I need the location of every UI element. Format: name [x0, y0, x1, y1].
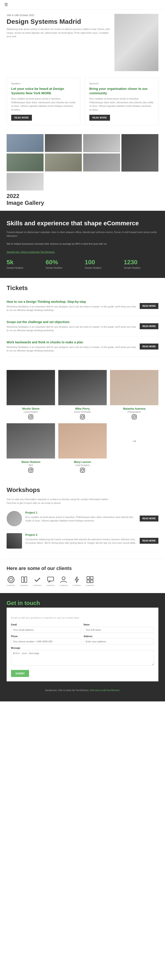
instagram-icon-nicole[interactable] [29, 414, 33, 419]
stat-3: 100 Sample Headline [85, 259, 119, 269]
stat-num-4: 1230 [124, 259, 159, 266]
contact-desc: Email us with any questions or inquiries… [11, 616, 154, 619]
client-logo-5: COMPANY [59, 576, 68, 587]
ticket-content-2: Scope out the challenge and set objectiv… [6, 320, 136, 332]
workshop-item-1: Project 1 Arcu sodales at amet ipsum pri… [6, 508, 159, 530]
workshop-title-2: Project 2 [25, 533, 136, 536]
message-field[interactable] [11, 650, 154, 665]
stat-num-2: 60% [46, 259, 81, 266]
team-photo-nicole [6, 370, 55, 405]
stat-label-2: Sample Headline [46, 267, 81, 269]
workshop-title-1: Project 1 [25, 511, 136, 514]
form-group-name: Name [84, 624, 154, 633]
form-group-message: Message [11, 647, 154, 665]
team-name-nicole: Nicole Stone [6, 407, 55, 410]
workshop-btn-1[interactable]: READ MORE [140, 515, 159, 522]
tickets-section: Tickets How to run a Design Thinking wor… [0, 278, 165, 363]
client-logo-2: COMPANY [20, 576, 29, 587]
workshop-content-1: Project 1 Arcu sodales at amet ipsum pri… [25, 511, 136, 523]
workshop-desc-1: Arcu sodales at amet ipsum primis in fau… [25, 515, 136, 523]
speaker-read-more-1[interactable]: READ MORE [11, 115, 32, 121]
footer-link[interactable]: Click here to edit Text Element. [90, 689, 120, 692]
speakers-section: Speakers Let your voice be heard at Desi… [0, 71, 165, 132]
form-group-address: Address [84, 635, 154, 644]
team-photo-mary [58, 423, 107, 458]
stats-grid: 5k Sample Headline 60% Sample Headline 1… [6, 259, 159, 269]
hero-date: 16th & 18th October 2022 [6, 14, 110, 16]
hero-title: Design Systems Madrid [6, 18, 110, 25]
workshops-title: Workshops [6, 487, 159, 493]
phone-field[interactable] [11, 638, 81, 644]
submit-button[interactable]: SUBMIT [11, 670, 29, 677]
workshop-btn-2[interactable]: READ MORE [140, 538, 159, 544]
team-card-mary: Mary Larson Lead Designer [58, 423, 107, 473]
tickets-title: Tickets [6, 285, 159, 291]
team-grid: Nicole Stone Lead Designer Mike Perry Se… [6, 370, 159, 473]
workshops-description: Join us with any information requests or… [6, 498, 159, 501]
client-logo-4: COMPANY [46, 576, 55, 587]
skills-link[interactable]: Sample text. Click to select the Text El… [6, 251, 159, 253]
client-logo-shape-1 [7, 576, 15, 584]
client-label-2: COMPANY [20, 584, 29, 587]
speaker-label-2: Sponsors [89, 82, 154, 85]
instagram-icon-mike[interactable] [80, 414, 85, 419]
client-logo-shape-3 [33, 576, 41, 584]
instagram-icon-steve[interactable] [29, 468, 33, 473]
client-logo-1: COMPANY [6, 576, 16, 587]
client-logo-shape-2 [20, 576, 28, 584]
ticket-content-3: Work backwards and think in chunks to ma… [6, 340, 136, 353]
name-label: Name [84, 624, 154, 626]
address-label: Address [84, 635, 154, 638]
hero-description: Adipiscing ante ipsum primis in faucibus… [6, 27, 110, 38]
ticket-btn-1[interactable]: READ MORE [140, 303, 159, 309]
gallery-section: 2022 Image Gallery [0, 132, 165, 211]
gallery-item-6 [45, 153, 82, 172]
name-field[interactable] [84, 627, 154, 633]
skills-description: Fuisset aliquam at ullamcorper vulputate… [6, 231, 159, 238]
speakers-row: Speakers Let your voice be heard at Desi… [6, 78, 159, 125]
ticket-desc-2: Workshop facilitation is an important sk… [6, 325, 136, 332]
client-label-4: COMPANY [46, 584, 55, 587]
instagram-icon-mary[interactable] [80, 468, 85, 473]
svg-rect-4 [48, 577, 54, 581]
svg-rect-2 [22, 577, 24, 582]
speaker-card-title-1: Let your voice be heard at Design System… [11, 86, 76, 95]
gallery-item-8 [6, 173, 44, 191]
clients-section: Here are some of our clients COMPANY COM… [0, 559, 165, 593]
hero-image-inner [114, 14, 159, 71]
team-arrow[interactable]: → [110, 423, 159, 458]
speaker-desc-2: Arcu sodales at amet ipsum primis in fau… [89, 97, 154, 111]
gallery-item-2 [45, 134, 82, 152]
team-card-steve: Steve Hudson SEO [6, 423, 55, 473]
form-group-email: Email [11, 624, 81, 633]
team-photo-natasha [110, 370, 159, 405]
client-logo-shape-7 [86, 576, 94, 584]
address-field[interactable] [84, 638, 154, 644]
team-name-steve: Steve Hudson [6, 460, 55, 464]
skills-title: Skills and experience that shape eCommer… [6, 220, 159, 227]
stat-4: 1230 Sample Headline [124, 259, 159, 269]
stat-num-3: 100 [85, 259, 119, 266]
footer-note: Sample text. Click to select the Text El… [6, 686, 159, 695]
ticket-btn-3[interactable]: READ MORE [140, 344, 159, 350]
speaker-card-2: Sponsors Bring your organisation closer … [85, 78, 159, 125]
client-logo-6: COMPANY [72, 576, 81, 587]
team-name-mike: Mike Perry [58, 407, 107, 410]
client-logo-shape-5 [60, 576, 68, 584]
email-field[interactable] [11, 627, 81, 633]
svg-marker-6 [75, 576, 79, 583]
team-photo-mike [58, 370, 107, 405]
stat-1: 5k Sample Headline [6, 259, 41, 269]
client-logo-3: COMPANY [33, 576, 42, 587]
gallery-item-4 [121, 134, 159, 172]
team-card-natasha: Natasha Ivanova Photographer [110, 370, 159, 420]
ticket-btn-2[interactable]: READ MORE [140, 323, 159, 329]
workshop-thumb-1 [6, 511, 22, 527]
workshop-thumb-2 [6, 533, 22, 549]
instagram-icon-natasha[interactable] [132, 414, 136, 419]
hamburger-menu[interactable]: ☰ [5, 2, 8, 7]
team-photo-steve [6, 423, 55, 458]
speaker-read-more-2[interactable]: READ MORE [89, 115, 110, 121]
gallery-item-3 [83, 134, 120, 152]
stat-label-3: Sample Headline [85, 267, 119, 269]
